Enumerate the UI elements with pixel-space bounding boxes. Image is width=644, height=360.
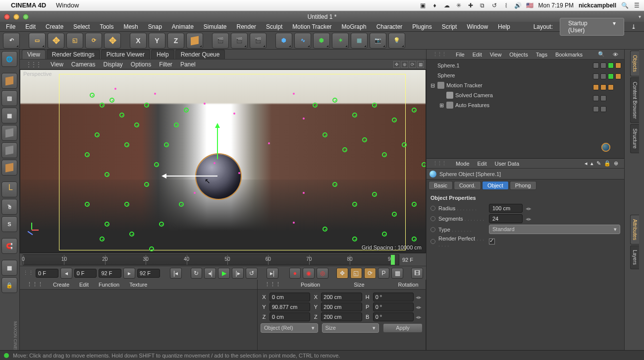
track-marker[interactable] <box>412 237 417 241</box>
perspective-viewport[interactable]: Perspective ↖ Grid Spacing : 10000 cm <box>20 69 426 253</box>
track-marker[interactable] <box>352 237 357 241</box>
app-name[interactable]: CINEMA 4D <box>11 1 46 9</box>
track-marker[interactable] <box>382 152 387 157</box>
magnet-toggle[interactable]: 🧲 <box>1 238 17 254</box>
menu-script[interactable]: Script <box>437 22 462 31</box>
add-primitive[interactable]: ⬢ <box>275 33 292 49</box>
prop-type-select[interactable]: Standard▾ <box>489 225 620 234</box>
size-Y-field[interactable]: 200 cm <box>321 302 362 311</box>
am-edit[interactable]: Edit <box>474 160 491 168</box>
model-mode[interactable] <box>1 73 17 89</box>
menubar-icon[interactable]: ☁ <box>443 2 450 9</box>
y-axis-gizmo[interactable] <box>217 124 218 159</box>
menubar-icon[interactable]: ✳ <box>455 2 462 9</box>
texture-mode[interactable]: ▨ <box>1 90 17 106</box>
tab-view[interactable]: View <box>22 50 46 59</box>
track-marker[interactable] <box>372 103 377 108</box>
tab-objects[interactable]: Objects <box>630 51 639 76</box>
tab-attributes[interactable]: Attributes <box>630 215 639 244</box>
menubar-icon[interactable]: ♦ <box>431 2 438 9</box>
tab-help[interactable]: Help <box>151 50 174 59</box>
edge-mode[interactable] <box>1 142 17 158</box>
track-marker[interactable] <box>392 118 397 122</box>
attr-tab-basic[interactable]: Basic <box>429 181 453 190</box>
menu-window[interactable]: Window <box>462 22 493 31</box>
track-marker[interactable] <box>90 93 95 98</box>
lock-y[interactable]: 🔒 <box>1 277 17 293</box>
scale-tool[interactable]: ◱ <box>66 33 83 49</box>
add-light[interactable] <box>388 33 405 49</box>
tab-render-settings[interactable]: Render Settings <box>47 50 100 59</box>
range-end-icon[interactable]: ▸ <box>123 268 135 279</box>
menu-sculpt[interactable]: Sculpt <box>261 22 287 31</box>
matmenu-create[interactable]: Create <box>48 281 74 289</box>
add-generator[interactable]: ⬢ <box>313 33 330 49</box>
vmenu-cameras[interactable]: Cameras <box>67 60 100 69</box>
track-marker[interactable] <box>100 103 105 108</box>
user-name[interactable]: nickcampbell <box>579 2 616 9</box>
keyframe-button[interactable]: ◎ <box>317 268 328 279</box>
size-mode-select[interactable]: Size▾ <box>322 323 379 333</box>
menubar-icon[interactable]: ↺ <box>491 2 498 9</box>
track-marker[interactable] <box>179 202 184 207</box>
matmenu-function[interactable]: Function <box>94 281 124 289</box>
range-start-icon[interactable]: ◂ <box>60 268 72 279</box>
menu-simulate[interactable]: Simulate <box>199 22 232 31</box>
matmenu-edit[interactable]: Edit <box>74 281 94 289</box>
autokey-button[interactable]: ◉ <box>303 268 315 279</box>
track-marker[interactable] <box>144 182 149 187</box>
go-nextkey-button[interactable]: ↺ <box>246 268 258 279</box>
mac-menu-window[interactable]: Window <box>56 1 79 9</box>
am-back-icon[interactable]: ◂ <box>585 160 588 167</box>
menu-animate[interactable]: Animate <box>167 22 199 31</box>
track-marker[interactable] <box>382 232 387 237</box>
am-up-icon[interactable]: ▴ <box>590 160 593 167</box>
tab-content-browser[interactable]: Content Browser <box>630 77 639 123</box>
track-marker[interactable] <box>332 182 337 187</box>
tab-picture-viewer[interactable]: Picture Viewer <box>101 50 150 59</box>
track-marker[interactable] <box>332 98 337 103</box>
coord-mode-select[interactable]: Object (Rel)▾ <box>261 323 318 333</box>
panel-grip-icon[interactable]: ⋮⋮⋮ <box>22 60 45 69</box>
track-marker[interactable] <box>105 222 109 227</box>
menu-character[interactable]: Character <box>372 22 408 31</box>
coord-system[interactable] <box>186 33 203 49</box>
clock[interactable]: Mon 7:19 PM <box>538 2 574 9</box>
am-userdata[interactable]: User Data <box>491 160 524 168</box>
track-marker[interactable] <box>322 132 327 137</box>
track-marker[interactable] <box>105 172 109 177</box>
poly-mode[interactable] <box>1 160 17 176</box>
pos-Y-field[interactable]: 90.877 cm <box>269 302 310 311</box>
prop-segments-field[interactable]: 24 <box>489 214 523 223</box>
om-edit[interactable]: Edit <box>469 51 486 59</box>
layout-save-icon[interactable]: ⤓ <box>626 22 641 31</box>
apply-button[interactable]: Apply <box>383 323 423 333</box>
om-eye-icon[interactable]: 👁 <box>609 51 622 59</box>
track-marker[interactable] <box>159 222 164 227</box>
attr-tab-coord[interactable]: Coord. <box>454 181 481 190</box>
track-marker[interactable] <box>154 162 159 167</box>
om-objects[interactable]: Objects <box>505 51 532 59</box>
last-tool[interactable] <box>104 33 121 49</box>
workplane-mode[interactable]: ▦ <box>1 108 17 123</box>
track-marker[interactable] <box>100 237 105 241</box>
range-to-field[interactable]: 92 F <box>99 269 121 278</box>
record-button[interactable]: ● <box>289 268 301 279</box>
undo-button[interactable]: ↶ <box>3 33 20 49</box>
key-rot-toggle[interactable]: ⟳ <box>364 268 376 279</box>
menubar-icon[interactable]: ⧉ <box>479 2 486 9</box>
step-back-button[interactable]: ◂| <box>204 268 216 279</box>
tab-layers[interactable]: Layers <box>630 245 639 269</box>
menu-render[interactable]: Render <box>232 22 261 31</box>
menu-mograph[interactable]: MoGraph <box>337 22 372 31</box>
menu-icon[interactable]: ☰ <box>633 2 640 9</box>
viewport-rotate-icon[interactable]: ⟳ <box>409 61 416 68</box>
tab-structure[interactable]: Structure <box>630 124 639 153</box>
key-pos-toggle[interactable]: ✥ <box>336 268 348 279</box>
track-marker[interactable] <box>342 147 347 152</box>
prop-renderperfect-checkbox[interactable] <box>489 239 495 244</box>
step-fwd-button[interactable]: |▸ <box>232 268 244 279</box>
menu-create[interactable]: Create <box>41 22 68 31</box>
track-marker[interactable] <box>134 122 139 127</box>
menubar-icon[interactable]: ▣ <box>420 2 427 9</box>
